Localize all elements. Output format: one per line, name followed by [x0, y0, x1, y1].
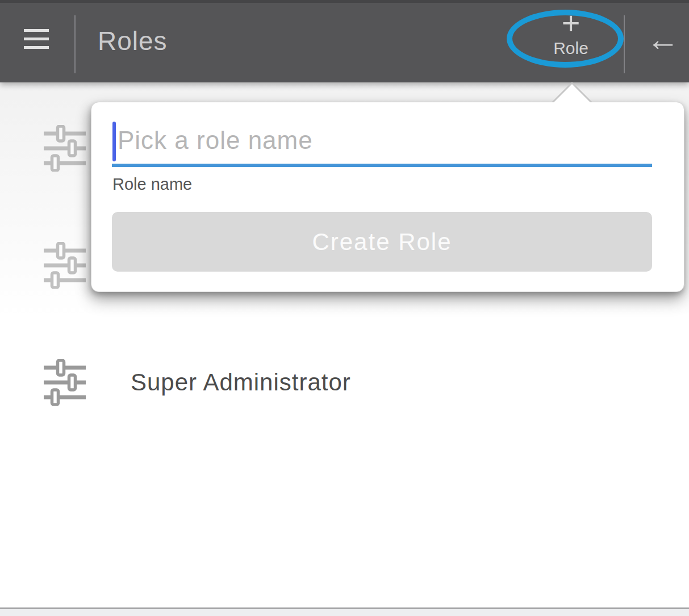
role-list-item-super-administrator[interactable]: Super Administrator	[0, 324, 689, 441]
page-title: Roles	[98, 25, 168, 57]
menu-button[interactable]	[24, 29, 49, 49]
back-arrow-button[interactable]: ←	[646, 19, 679, 59]
add-role-label: Role	[537, 39, 605, 58]
sliders-icon	[44, 359, 86, 406]
hamburger-icon	[24, 29, 49, 32]
role-name-input[interactable]	[112, 119, 652, 167]
add-role-button[interactable]: + Role	[537, 9, 605, 58]
sliders-icon	[44, 125, 86, 172]
sliders-icon	[44, 242, 86, 289]
roles-screen: Super Administrator Roles + Role ← Role …	[0, 0, 689, 616]
role-name-text: Super Administrator	[131, 368, 351, 397]
bottom-edge-strip	[0, 609, 689, 616]
popover-caret-fill	[553, 84, 591, 103]
create-role-button[interactable]: Create Role	[112, 212, 652, 272]
role-name-input-wrap	[112, 119, 652, 167]
role-name-field-label: Role name	[112, 174, 192, 194]
top-edge-strip	[0, 0, 689, 3]
text-cursor	[112, 122, 116, 161]
app-header: Roles + Role ←	[0, 0, 689, 82]
header-divider	[74, 15, 76, 73]
header-divider	[624, 15, 625, 73]
plus-icon: +	[537, 9, 605, 38]
create-role-popover: Role name Create Role	[91, 102, 684, 292]
